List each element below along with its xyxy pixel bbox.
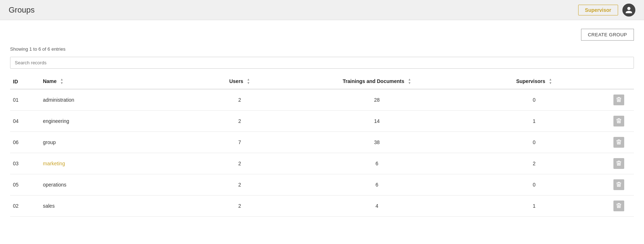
sort-arrows-supervisors[interactable]: ▲▼: [549, 78, 552, 85]
header-actions: Supervisor: [578, 4, 635, 17]
cell-name: operations: [40, 174, 190, 195]
create-group-button[interactable]: CREATE GROUP: [581, 29, 634, 41]
entries-info: Showing 1 to 6 of 6 entries: [10, 46, 634, 52]
col-header-users: Users ▲▼: [190, 74, 289, 89]
main-content: CREATE GROUP Showing 1 to 6 of 6 entries…: [0, 20, 644, 244]
cell-trainings: 28: [290, 89, 464, 111]
col-header-trainings: Trainings and Documents ▲▼: [290, 74, 464, 89]
search-container: [10, 57, 634, 69]
cell-action: [604, 174, 634, 195]
cell-supervisors: 0: [464, 132, 604, 153]
supervisor-button[interactable]: Supervisor: [578, 5, 618, 15]
cell-name: group: [40, 132, 190, 153]
table-row: 03 marketing 2 6 2: [10, 153, 634, 174]
cell-users: 2: [190, 153, 289, 174]
col-header-action: [604, 74, 634, 89]
group-name-link[interactable]: marketing: [43, 161, 65, 166]
cell-supervisors: 1: [464, 110, 604, 132]
cell-action: [604, 132, 634, 153]
cell-action: [604, 195, 634, 216]
toolbar: CREATE GROUP: [10, 29, 634, 41]
page-title: Groups: [9, 5, 35, 15]
group-name: group: [43, 139, 56, 145]
delete-button[interactable]: [613, 201, 624, 211]
cell-users: 2: [190, 174, 289, 195]
cell-name: administration: [40, 89, 190, 111]
sort-arrows-name[interactable]: ▲▼: [60, 78, 63, 85]
page-header: Groups Supervisor: [0, 0, 644, 20]
cell-trainings: 4: [290, 195, 464, 216]
table-row: 06 group 7 38 0: [10, 132, 634, 153]
cell-id: 06: [10, 132, 40, 153]
cell-action: [604, 89, 634, 111]
user-avatar[interactable]: [622, 4, 635, 17]
sort-arrows-trainings[interactable]: ▲▼: [408, 78, 411, 85]
cell-name: sales: [40, 195, 190, 216]
group-name: operations: [43, 182, 66, 188]
cell-supervisors: 1: [464, 195, 604, 216]
cell-supervisors: 2: [464, 153, 604, 174]
cell-id: 05: [10, 174, 40, 195]
col-header-id: ID: [10, 74, 40, 89]
cell-id: 04: [10, 110, 40, 132]
table-row: 05 operations 2 6 0: [10, 174, 634, 195]
cell-users: 2: [190, 89, 289, 111]
cell-id: 02: [10, 195, 40, 216]
group-name: sales: [43, 203, 55, 209]
cell-trainings: 38: [290, 132, 464, 153]
delete-button[interactable]: [613, 95, 624, 105]
cell-trainings: 6: [290, 174, 464, 195]
delete-button[interactable]: [613, 116, 624, 126]
cell-supervisors: 0: [464, 89, 604, 111]
cell-users: 2: [190, 110, 289, 132]
cell-users: 7: [190, 132, 289, 153]
delete-button[interactable]: [613, 137, 624, 148]
table-row: 02 sales 2 4 1: [10, 195, 634, 216]
cell-action: [604, 110, 634, 132]
col-header-name: Name ▲▼: [40, 74, 190, 89]
cell-name: engineering: [40, 110, 190, 132]
delete-button[interactable]: [613, 179, 624, 190]
cell-name: marketing: [40, 153, 190, 174]
cell-id: 03: [10, 153, 40, 174]
cell-action: [604, 153, 634, 174]
group-name: engineering: [43, 118, 69, 124]
search-input[interactable]: [10, 57, 634, 69]
col-header-supervisors: Supervisors ▲▼: [464, 74, 604, 89]
group-name: administration: [43, 97, 74, 103]
cell-trainings: 14: [290, 110, 464, 132]
table-header-row: ID Name ▲▼ Users ▲▼ Trainings and Docume…: [10, 74, 634, 89]
sort-arrows-users[interactable]: ▲▼: [247, 78, 250, 85]
delete-button[interactable]: [613, 158, 624, 169]
cell-id: 01: [10, 89, 40, 111]
cell-trainings: 6: [290, 153, 464, 174]
groups-table: ID Name ▲▼ Users ▲▼ Trainings and Docume…: [10, 74, 634, 217]
table-row: 04 engineering 2 14 1: [10, 110, 634, 132]
cell-supervisors: 0: [464, 174, 604, 195]
cell-users: 2: [190, 195, 289, 216]
table-row: 01 administration 2 28 0: [10, 89, 634, 111]
